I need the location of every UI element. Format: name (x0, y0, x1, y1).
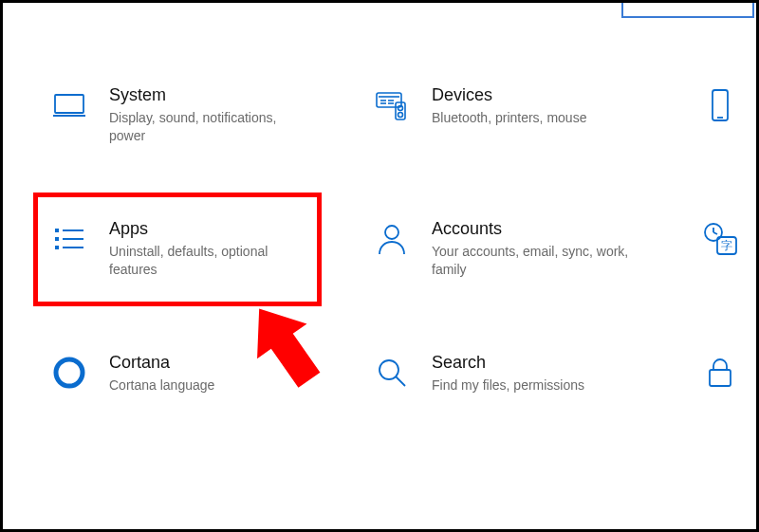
svg-text:字: 字 (721, 239, 732, 252)
tile-apps[interactable]: Apps Uninstall, defaults, optional featu… (41, 212, 354, 284)
tile-privacy[interactable] (686, 346, 759, 400)
svg-point-9 (398, 106, 403, 111)
tile-cortana-desc: Cortana language (109, 376, 214, 394)
svg-rect-28 (710, 370, 731, 386)
display-icon (50, 86, 88, 124)
svg-point-19 (385, 226, 398, 239)
tile-devices-title: Devices (432, 84, 586, 105)
devices-icon (373, 86, 411, 124)
cortana-icon (50, 354, 88, 392)
tile-devices-desc: Bluetooth, printers, mouse (432, 109, 586, 127)
svg-rect-0 (55, 95, 83, 113)
tile-search[interactable]: Search Find my files, permissions (363, 346, 676, 400)
search-box-outline (621, 1, 754, 18)
svg-rect-15 (55, 246, 59, 249)
tile-apps-title: Apps (109, 218, 308, 239)
tile-cortana[interactable]: Cortana Cortana language (41, 346, 354, 400)
svg-rect-13 (55, 229, 59, 232)
tile-accounts[interactable]: Accounts Your accounts, email, sync, wor… (363, 212, 676, 284)
svg-rect-11 (713, 90, 728, 120)
tile-accounts-desc: Your accounts, email, sync, work, family (432, 243, 631, 279)
tile-phone[interactable] (686, 79, 759, 151)
tile-apps-desc: Uninstall, defaults, optional features (109, 243, 308, 279)
tile-devices[interactable]: Devices Bluetooth, printers, mouse (363, 79, 676, 151)
tile-accounts-title: Accounts (432, 218, 631, 239)
svg-point-25 (56, 359, 83, 386)
tile-time-language[interactable]: 字 (686, 212, 759, 284)
tile-search-title: Search (432, 352, 584, 373)
search-icon (373, 354, 411, 392)
tile-system-title: System (109, 84, 308, 105)
lock-icon (701, 354, 739, 392)
tile-cortana-title: Cortana (109, 352, 214, 373)
apps-icon (50, 220, 88, 258)
tile-search-desc: Find my files, permissions (432, 376, 584, 394)
phone-icon (701, 86, 739, 124)
person-icon (373, 220, 411, 258)
svg-line-27 (396, 376, 405, 386)
tile-system-desc: Display, sound, notifications, power (109, 109, 308, 145)
svg-line-22 (713, 232, 717, 234)
svg-point-10 (398, 113, 403, 118)
settings-grid: System Display, sound, notifications, po… (41, 79, 756, 400)
svg-rect-14 (55, 237, 59, 241)
time-language-icon: 字 (701, 220, 739, 258)
tile-system[interactable]: System Display, sound, notifications, po… (41, 79, 354, 151)
